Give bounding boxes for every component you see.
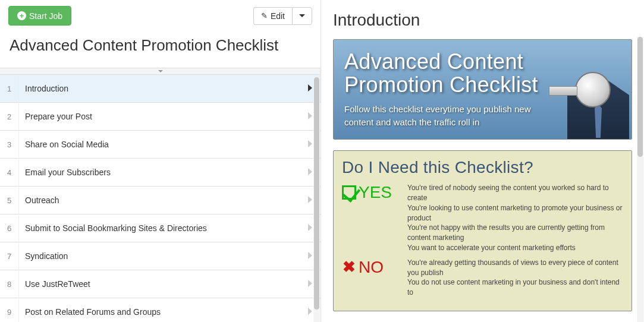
step-number: 7 <box>0 243 19 270</box>
reason-line: You're looking to use content marketing … <box>407 203 623 223</box>
step-label: Introduction <box>19 75 300 102</box>
need-yes-row: YES You're tired of nobody seeing the co… <box>342 183 623 253</box>
step-number: 5 <box>0 187 19 214</box>
reason-line: You're already getting thousands of view… <box>407 258 623 278</box>
step-label: Syndication <box>19 242 300 270</box>
step-label: Prepare your Post <box>19 103 300 130</box>
chevron-right-icon <box>300 279 321 289</box>
step-label: Outreach <box>19 187 300 214</box>
step-label: Submit to Social Bookmarking Sites & Dir… <box>19 214 300 242</box>
toolbar: + Start Job ✎ Edit <box>0 0 321 31</box>
step-row[interactable]: 9Post on Related Forums and Groups <box>0 298 321 322</box>
megaphone-icon <box>575 72 611 108</box>
step-row[interactable]: 4Email your Subscribers <box>0 159 321 187</box>
no-reasons: You're already getting thousands of view… <box>407 258 623 298</box>
edit-label: Edit <box>271 12 285 20</box>
hero-title: Advanced Content Promotion Checklist <box>344 50 554 97</box>
step-number: 6 <box>0 215 19 242</box>
start-job-button[interactable]: + Start Job <box>8 6 71 26</box>
chevron-right-icon <box>300 307 321 317</box>
tie-shape <box>595 103 602 138</box>
step-label: Post on Related Forums and Groups <box>19 298 300 322</box>
detail-title: Introduction <box>321 0 644 37</box>
step-row[interactable]: 3Share on Social Media <box>0 131 321 159</box>
hero-subtitle: Follow this checklist everytime you publ… <box>344 103 554 129</box>
step-number: 1 <box>0 75 19 102</box>
step-row[interactable]: 7Syndication <box>0 242 321 270</box>
start-job-label: Start Job <box>29 12 62 20</box>
pencil-icon: ✎ <box>261 12 268 20</box>
chevron-right-icon <box>300 223 321 233</box>
check-icon <box>342 185 356 200</box>
chevron-right-icon <box>300 251 321 261</box>
x-icon: ✖ <box>342 258 356 276</box>
step-row[interactable]: 1Introduction <box>0 75 321 103</box>
edit-dropdown-button[interactable] <box>292 7 312 25</box>
step-number: 2 <box>0 103 19 130</box>
hero-banner: Advanced Content Promotion Checklist Fol… <box>333 39 632 140</box>
chevron-right-icon <box>300 140 321 149</box>
no-label: NO <box>359 258 384 277</box>
right-panel: Introduction Advanced Content Promotion … <box>321 0 644 322</box>
page-title: Advanced Content Promotion Checklist <box>0 31 321 68</box>
hero-illustration <box>548 40 632 139</box>
step-label: Use JustReTweet <box>19 270 300 298</box>
yes-label: YES <box>359 183 392 202</box>
reason-line: You do not use content marketing in your… <box>407 277 623 298</box>
expand-bar[interactable] <box>0 68 321 75</box>
chevron-right-icon <box>300 195 321 205</box>
need-title: Do I Need this Checklist? <box>342 158 623 177</box>
detail-body[interactable]: Advanced Content Promotion Checklist Fol… <box>321 37 644 322</box>
plus-circle-icon: + <box>17 11 26 20</box>
step-row[interactable]: 2Prepare your Post <box>0 103 321 131</box>
chevron-right-icon <box>300 168 321 177</box>
edit-button[interactable]: ✎ Edit <box>253 7 292 25</box>
step-row[interactable]: 6Submit to Social Bookmarking Sites & Di… <box>0 214 321 242</box>
step-label: Email your Subscribers <box>19 159 300 186</box>
reason-line: You want to accelerate your content mark… <box>407 243 623 253</box>
chevron-down-icon <box>299 14 305 17</box>
no-badge: ✖ NO <box>342 258 399 277</box>
step-row[interactable]: 8Use JustReTweet <box>0 270 321 298</box>
chevron-right-icon <box>300 84 321 93</box>
step-number: 9 <box>0 299 19 323</box>
step-label: Share on Social Media <box>19 131 300 158</box>
reason-line: You're tired of nobody seeing the conten… <box>407 183 623 203</box>
yes-badge: YES <box>342 183 399 202</box>
left-panel: + Start Job ✎ Edit Advanced Content Prom… <box>0 0 321 322</box>
chevron-down-icon <box>158 70 163 72</box>
edit-button-group: ✎ Edit <box>253 7 312 25</box>
step-row[interactable]: 5Outreach <box>0 187 321 214</box>
step-number: 4 <box>0 159 19 186</box>
step-number: 3 <box>0 131 19 158</box>
chevron-right-icon <box>300 112 321 121</box>
need-no-row: ✖ NO You're already getting thousands of… <box>342 258 623 298</box>
reason-line: You're not happy with the results you ar… <box>407 223 623 243</box>
steps-list[interactable]: 1Introduction2Prepare your Post3Share on… <box>0 75 321 322</box>
step-number: 8 <box>0 271 19 298</box>
need-checklist-box: Do I Need this Checklist? YES You're tir… <box>333 150 632 311</box>
yes-reasons: You're tired of nobody seeing the conten… <box>407 183 623 253</box>
